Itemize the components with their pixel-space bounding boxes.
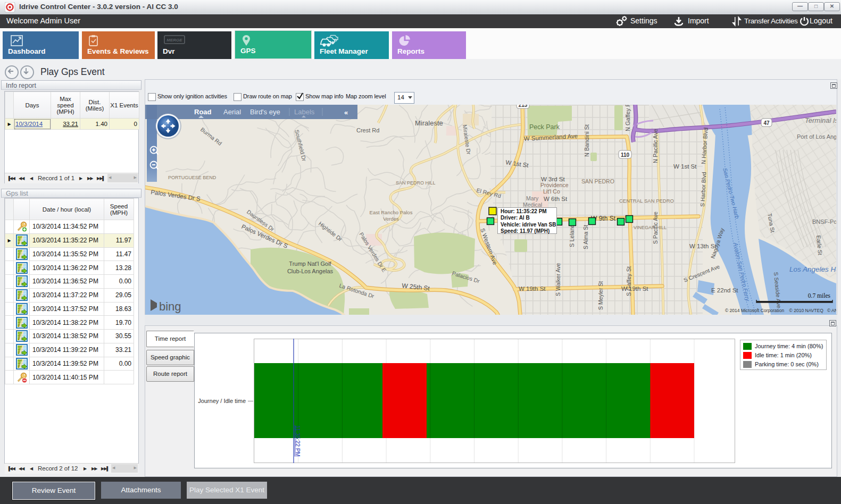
svg-text:S Leland: S Leland: [569, 224, 575, 247]
svg-text:W 6th St: W 6th St: [544, 196, 568, 202]
svg-text:bing: bing: [159, 300, 181, 313]
svg-text:«: «: [344, 108, 348, 116]
svg-text:Miraleste: Miraleste: [415, 119, 443, 127]
svg-text:S Gaffey St: S Gaffey St: [626, 266, 632, 296]
svg-text:Road: Road: [194, 108, 212, 116]
svg-text:11:35:22 PM: 11:35:22 PM: [295, 425, 301, 457]
svg-text:Mary: Mary: [526, 195, 539, 201]
svg-text:P󠄀ORTUGUESE B󠄀END: P󠄀ORTUGUESE B󠄀END: [168, 175, 217, 180]
svg-text:S󠄀AN P󠄀EDRO: S󠄀AN P󠄀EDRO: [581, 178, 614, 184]
svg-text:V󠄀INEGAR H󠄀ILL: V󠄀INEGAR H󠄀ILL: [634, 225, 667, 230]
svg-text:Trump Nat'l Golf: Trump Nat'l Golf: [289, 261, 331, 267]
svg-text:S󠄀AN P󠄀EDRO H󠄀ILL: S󠄀AN P󠄀EDRO H󠄀ILL: [396, 180, 436, 186]
svg-text:BNSF-Port: BNSF-Port: [812, 219, 836, 225]
svg-text:MERGE: MERGE: [166, 38, 182, 43]
svg-text:Crest Rd: Crest Rd: [356, 127, 379, 133]
svg-text:S Alma St: S Alma St: [582, 225, 589, 249]
svg-text:N Pacific Ave: N Pacific Ave: [652, 129, 659, 163]
svg-text:Club-Los Angelas: Club-Los Angelas: [287, 268, 334, 274]
svg-text:Providence: Providence: [540, 182, 569, 188]
svg-text:Peck Park: Peck Park: [529, 123, 560, 131]
svg-text:W 19th St: W 19th St: [519, 285, 546, 292]
svg-text:© 2014 Microsoft Corporation: © 2014 Microsoft Corporation © 2010 NAVT…: [725, 308, 836, 313]
svg-text:Lit'l Co: Lit'l Co: [543, 188, 560, 195]
svg-text:Terminal Isl: Terminal Isl: [805, 116, 836, 124]
svg-text:213: 213: [519, 105, 528, 108]
svg-text:Los Angeles Harb: Los Angeles Harb: [789, 265, 836, 273]
svg-text:S Walker Ave: S Walker Ave: [555, 263, 561, 296]
svg-text:Aerial: Aerial: [223, 108, 241, 116]
svg-text:E 22nd St: E 22nd St: [711, 287, 738, 293]
svg-text:East Rancho Palos: East Rancho Palos: [370, 209, 413, 215]
svg-text:Labels: Labels: [294, 108, 315, 116]
svg-text:Bird's eye: Bird's eye: [250, 108, 280, 116]
svg-text:S Meyler St: S Meyler St: [597, 281, 604, 310]
svg-text:S Pacific Ave: S Pacific Ave: [652, 212, 659, 244]
svg-text:47: 47: [763, 120, 770, 126]
svg-text:C󠄀ENTRAL S󠄀AN P󠄀EDRO: C󠄀ENTRAL S󠄀AN P󠄀EDRO: [619, 198, 674, 204]
svg-text:110: 110: [621, 152, 630, 158]
svg-text:Port of Los Angel: Port of Los Angel: [797, 133, 836, 140]
svg-text:0.7 miles: 0.7 miles: [808, 292, 831, 299]
svg-text:Verdes: Verdes: [383, 216, 399, 222]
svg-text:W 1st St: W 1st St: [673, 163, 697, 170]
svg-text:N Bandini St: N Bandini St: [584, 124, 590, 157]
svg-text:N Gaffey Pl: N Gaffey Pl: [624, 105, 631, 131]
